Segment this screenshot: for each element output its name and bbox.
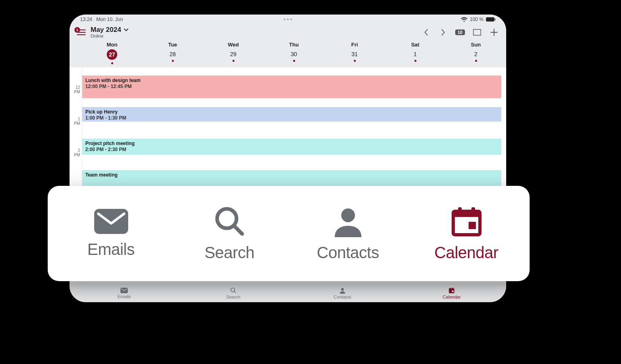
weekday-indicator-dot: [475, 60, 477, 62]
hour-label-1b: PM: [70, 121, 80, 126]
weekday-indicator-dot: [232, 60, 234, 62]
status-date: Mon 10. Jun: [96, 17, 123, 22]
weekday-indicator-dot: [293, 60, 295, 62]
status-bar: 13:24 Mon 10. Jun 100 %: [70, 15, 506, 24]
hour-label-2b: PM: [70, 153, 80, 157]
overlay-nav-calendar[interactable]: Calendar: [407, 198, 526, 269]
weekday-label: Fri: [351, 42, 358, 48]
status-time: 13:24: [80, 17, 92, 22]
weekday-number: 2: [474, 51, 477, 57]
nav-label: Emails: [117, 294, 131, 299]
weekday-sun[interactable]: Sun 2: [446, 42, 506, 67]
event-time: 2:00 PM - 2:30 PM: [85, 147, 498, 152]
calendar-title-block[interactable]: May 2024 Online: [91, 26, 129, 38]
svg-rect-17: [471, 207, 475, 215]
event-pickup[interactable]: Pick up Henry 1:00 PM - 1:30 PM: [82, 107, 501, 122]
weekday-row: Mon 27 Tue 28 Wed 29 Thu 30 Fri 31 Sat 1: [70, 39, 506, 67]
weekday-indicator-dot: [354, 60, 356, 62]
weekday-wed[interactable]: Wed 29: [203, 42, 264, 67]
bottom-nav: Emails Search Contacts Calendar: [70, 284, 506, 302]
person-icon: [332, 206, 364, 237]
svg-rect-15: [469, 222, 476, 229]
event-project-pitch[interactable]: Project pitch meeting 2:00 PM - 2:30 PM: [82, 139, 501, 155]
calendar-header: 1 May 2024 Online 10: [70, 24, 506, 39]
search-icon: [214, 206, 245, 237]
view-toggle-button[interactable]: [472, 27, 482, 37]
menu-button[interactable]: 1: [77, 29, 87, 36]
svg-point-12: [341, 208, 355, 222]
add-button[interactable]: [489, 27, 499, 37]
weekday-label: Wed: [228, 42, 239, 48]
svg-rect-0: [486, 17, 494, 21]
calendar-icon: [451, 206, 482, 237]
mail-icon: [94, 209, 128, 234]
nav-contacts-small[interactable]: Contacts: [288, 284, 397, 302]
overlay-nav-label: Contacts: [317, 244, 379, 262]
weekday-number: 1: [414, 51, 417, 57]
svg-point-5: [341, 288, 344, 291]
weekday-number: 27: [107, 49, 117, 60]
nav-label: Calendar: [443, 295, 461, 299]
overlay-nav-contacts[interactable]: Contacts: [289, 198, 407, 269]
weekday-mon[interactable]: Mon 27: [82, 42, 142, 67]
battery-icon: [486, 17, 496, 22]
nav-label: Contacts: [334, 295, 351, 299]
weekday-label: Sun: [471, 42, 481, 48]
overlay-nav-label: Emails: [87, 240, 135, 259]
weekday-fri[interactable]: Fri 31: [324, 42, 385, 67]
hour-label-12: 12: [70, 85, 80, 90]
next-button[interactable]: [438, 27, 448, 37]
chevron-down-icon: [124, 28, 129, 32]
weekday-indicator-dot: [172, 60, 174, 62]
hour-label-1: 1: [70, 117, 80, 121]
overlay-nav-emails[interactable]: Emails: [52, 198, 170, 269]
weekday-number: 30: [291, 51, 297, 57]
overlay-nav: Emails Search Contacts Calendar: [48, 186, 530, 281]
event-title: Project pitch meeting: [85, 141, 498, 146]
svg-rect-2: [473, 29, 481, 35]
event-time: 1:00 PM - 1:30 PM: [85, 115, 498, 121]
calendar-subtitle: Online: [91, 34, 129, 38]
weekday-label: Mon: [107, 42, 118, 48]
event-title: Team meeting: [85, 172, 498, 178]
svg-rect-9: [452, 287, 453, 289]
today-button[interactable]: 10: [455, 29, 465, 35]
weekday-number: 28: [169, 51, 176, 57]
weekday-indicator-dot: [414, 60, 416, 62]
overlay-nav-label: Calendar: [434, 244, 498, 262]
weekday-sat[interactable]: Sat 1: [385, 42, 446, 67]
weekday-thu[interactable]: Thu 30: [264, 42, 324, 67]
overlay-nav-label: Search: [205, 244, 255, 262]
weekday-tue[interactable]: Tue 28: [142, 42, 203, 67]
overlay-nav-search[interactable]: Search: [170, 198, 289, 269]
wifi-icon: [461, 17, 467, 22]
calendar-title: May 2024: [91, 26, 121, 34]
weekday-label: Tue: [168, 42, 177, 48]
svg-rect-14: [453, 211, 480, 217]
weekday-label: Sat: [411, 42, 419, 48]
weekday-label: Thu: [289, 42, 299, 48]
svg-rect-7: [452, 290, 454, 292]
hour-label-2: 2: [70, 148, 80, 153]
svg-rect-10: [94, 209, 128, 234]
nav-calendar-small[interactable]: Calendar: [397, 284, 506, 302]
svg-rect-16: [458, 207, 462, 215]
event-time: 12:00 PM - 12:45 PM: [85, 84, 498, 89]
prev-button[interactable]: [421, 27, 431, 37]
svg-rect-1: [494, 18, 495, 20]
menu-badge: 1: [74, 27, 80, 33]
svg-rect-8: [450, 287, 451, 289]
hour-label-12b: PM: [70, 90, 80, 94]
status-battery-text: 100 %: [470, 17, 484, 22]
event-title: Lunch with design team: [85, 78, 498, 83]
status-handle[interactable]: [284, 19, 292, 20]
nav-label: Search: [226, 295, 241, 299]
weekday-number: 29: [230, 51, 237, 57]
nav-search-small[interactable]: Search: [179, 284, 288, 302]
nav-emails-small[interactable]: Emails: [70, 284, 179, 302]
weekday-number: 31: [351, 51, 358, 57]
weekday-indicator-dot: [111, 62, 113, 64]
event-title: Pick up Henry: [85, 109, 498, 115]
event-team-meeting[interactable]: Team meeting: [82, 170, 501, 186]
event-lunch[interactable]: Lunch with design team 12:00 PM - 12:45 …: [82, 76, 501, 98]
